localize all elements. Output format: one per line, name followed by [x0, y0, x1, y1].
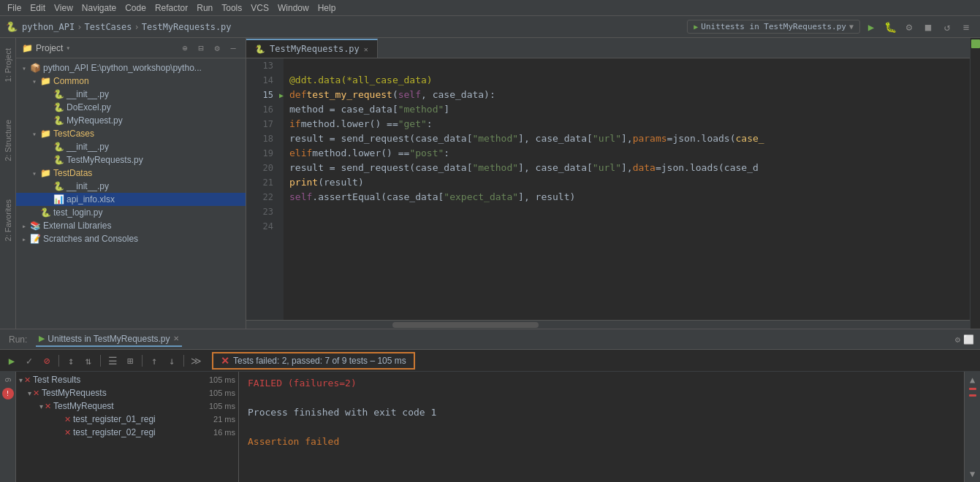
project-tab[interactable]: 1: Project — [2, 44, 14, 86]
scrollbar-thumb[interactable] — [392, 322, 539, 328]
menu-tools[interactable]: Tools — [217, 1, 246, 15]
test-class-time: 105 ms — [209, 402, 235, 410]
error-indicator-top[interactable] — [971, 39, 980, 48]
output-blank-2 — [248, 420, 955, 435]
stop-button[interactable]: ■ — [920, 19, 936, 35]
horizontal-scrollbar[interactable] — [246, 320, 970, 329]
toggle-check-button[interactable]: ✓ — [22, 353, 37, 368]
code-line-20: result = send_request(case_data["method"… — [289, 161, 970, 175]
test-suite-item[interactable]: ▾ ✕ TestMyRequests 105 ms — [16, 386, 238, 399]
menu-file[interactable]: File — [3, 1, 26, 15]
scroll-down-button[interactable]: ▼ — [970, 469, 975, 479]
python-icon: 🐍 — [53, 141, 64, 153]
output-assertion-line: Assertion failed — [248, 435, 955, 449]
code-line-21: print(result) — [289, 175, 970, 190]
structure-tab[interactable]: 2: Structure — [2, 115, 14, 166]
menu-view[interactable]: View — [50, 1, 77, 15]
menu-edit[interactable]: Edit — [26, 1, 50, 15]
sort-duration-button[interactable]: ⇅ — [81, 353, 96, 368]
sort-alpha-button[interactable]: ↕ — [64, 353, 78, 368]
breadcrumb-file[interactable]: TestMyRequests.py — [142, 22, 232, 32]
line-num-21: 21 — [251, 175, 273, 190]
stop-test-button[interactable]: ⊘ — [39, 353, 54, 368]
tab-close-button[interactable]: ✕ — [364, 45, 368, 53]
tree-label: External Libraries — [43, 221, 111, 231]
test-suite-label: TestMyRequests — [42, 388, 107, 398]
code-line-18: result = send_request(case_data["method"… — [289, 131, 970, 146]
breadcrumb-folder[interactable]: TestCases — [84, 22, 132, 32]
debug-button[interactable]: 🐛 — [882, 19, 898, 35]
tree-label: test_login.py — [53, 207, 102, 218]
tree-init-testdatas[interactable]: ▾ 🐍 __init__.py — [16, 180, 246, 193]
test-method-02[interactable]: ▾ ✕ test_register_02_regi 16 ms — [16, 426, 238, 439]
bottom-content: 9 ! ▾ ✕ Test Results 105 ms ▾ ✕ TestMyRe… — [0, 372, 980, 482]
menu-refactor[interactable]: Refactor — [151, 1, 192, 15]
more-button[interactable]: ≡ — [958, 19, 974, 35]
expand-all-button[interactable]: ⊞ — [123, 353, 137, 368]
settings-icon[interactable]: ⚙ — [955, 334, 960, 345]
next-failed-button[interactable]: ↓ — [164, 353, 179, 368]
separator — [183, 355, 184, 367]
python-icon: 🐍 — [53, 88, 64, 100]
sidebar-header-icons: ⊕ ⊟ ⚙ — — [178, 42, 240, 55]
error-stripe — [969, 388, 976, 390]
tree-doexcel[interactable]: ▾ 🐍 DoExcel.py — [16, 101, 246, 114]
menu-help[interactable]: Help — [314, 1, 341, 15]
favorites-tab[interactable]: 2: Favorites — [2, 195, 14, 245]
more-options-button[interactable]: ≫ — [189, 353, 203, 368]
tree-init-testcases[interactable]: ▾ 🐍 __init__.py — [16, 140, 246, 153]
close-sidebar-button[interactable]: — — [227, 42, 240, 55]
tree-scratches-label: Scratches and Consoles — [43, 234, 138, 244]
menu-vcs[interactable]: VCS — [246, 1, 273, 15]
code-line-24 — [289, 219, 970, 234]
rerun-test-button[interactable]: ▶ — [4, 353, 19, 368]
test-class-item[interactable]: ▾ ✕ TestMyRequest 105 ms — [16, 399, 238, 413]
collapse-all-button[interactable]: ⊟ — [194, 42, 208, 55]
tree-myrequest[interactable]: ▾ 🐍 MyRequest.py — [16, 114, 246, 127]
run-config-selector[interactable]: ▶ Unittests in TestMyRequests.py ▼ — [687, 20, 860, 34]
error-badge: ! — [2, 388, 14, 399]
prev-failed-button[interactable]: ↑ — [147, 353, 162, 368]
tree-external-libs[interactable]: ▸ 📚 External Libraries — [16, 219, 246, 232]
tree-testdatas[interactable]: ▾ 📁 TestDatas — [16, 167, 246, 180]
expand-icon[interactable]: ⬜ — [963, 334, 974, 345]
editor-tab-label: TestMyRequests.py — [270, 44, 360, 54]
tree-testmyrequests[interactable]: ▾ 🐍 TestMyRequests.py — [16, 153, 246, 167]
dropdown-chevron: ▾ — [66, 44, 70, 52]
test-root-item[interactable]: ▾ ✕ Test Results 105 ms — [16, 373, 238, 386]
menu-code[interactable]: Code — [121, 1, 151, 15]
run-button[interactable]: ▶ — [863, 19, 879, 35]
breadcrumb-project[interactable]: python_API — [22, 22, 75, 32]
menu-window[interactable]: Window — [273, 1, 314, 15]
code-editor[interactable]: @ddt.data(*all_case_data) def test_my_re… — [284, 58, 970, 320]
tree-init-common[interactable]: ▾ 🐍 __init__.py — [16, 88, 246, 101]
line-num-23: 23 — [251, 204, 273, 219]
menu-navigate[interactable]: Navigate — [77, 1, 121, 15]
tree-test-login[interactable]: ▾ 🐍 test_login.py — [16, 206, 246, 219]
rerun-button[interactable]: ↺ — [939, 19, 955, 35]
coverage-button[interactable]: ⚙ — [901, 19, 917, 35]
folder-icon: 📁 — [39, 167, 51, 179]
bottom-panel: Run: ▶ Unittests in TestMyRequests.py ✕ … — [0, 329, 980, 482]
test-status-text: Tests failed: 2, passed: 7 of 9 tests – … — [233, 356, 406, 366]
sidebar-title: Project — [36, 43, 63, 53]
test-method-02-time: 16 ms — [213, 428, 235, 437]
editor-tab-active[interactable]: 🐍 TestMyRequests.py ✕ — [246, 39, 378, 58]
scroll-up-button[interactable]: ▲ — [970, 375, 975, 385]
locate-file-button[interactable]: ⊕ — [178, 42, 191, 55]
bottom-tab-run[interactable]: ▶ Unittests in TestMyRequests.py ✕ — [36, 332, 181, 347]
tree-root[interactable]: ▾ 📦 python_API E:\python_workshop\pytho.… — [16, 61, 246, 74]
settings-icon[interactable]: ⚙ — [210, 42, 224, 55]
tree-api-info[interactable]: ▾ 📊 api_info.xlsx — [16, 193, 246, 206]
test-method-01[interactable]: ▾ ✕ test_register_01_regi 21 ms — [16, 413, 238, 426]
tree-scratches[interactable]: ▸ 📝 Scratches and Consoles — [16, 232, 246, 245]
error-icon: ✕ — [45, 402, 51, 411]
bottom-run-side-tab[interactable]: 9 — [2, 375, 14, 385]
output-exit-line: Process finished with exit code 1 — [248, 405, 955, 420]
menu-run[interactable]: Run — [192, 1, 217, 15]
tree-testcases[interactable]: ▾ 📁 TestCases — [16, 127, 246, 140]
right-gutter — [970, 38, 980, 329]
tree-common[interactable]: ▾ 📁 Common — [16, 74, 246, 88]
collapse-button[interactable]: ☰ — [105, 353, 120, 368]
bottom-tab-close[interactable]: ✕ — [173, 334, 179, 343]
